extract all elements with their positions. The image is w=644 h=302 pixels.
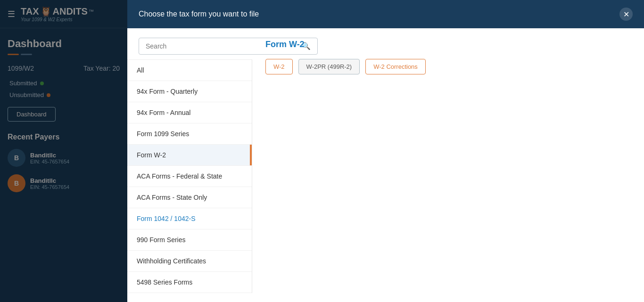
category-item-1042[interactable]: Form 1042 / 1042-S	[127, 208, 252, 229]
modal-body: 🔍 All94x Form - Quarterly94x Form - Annu…	[127, 28, 644, 302]
form-buttons: W-2W-2PR (499R-2)W-2 Corrections	[265, 59, 631, 74]
category-item-990[interactable]: 990 Form Series	[127, 229, 252, 251]
category-item-aca-state-only[interactable]: ACA Forms - State Only	[127, 187, 252, 208]
form-btn-w2-corrections[interactable]: W-2 Corrections	[365, 59, 426, 74]
category-item-94x-annual[interactable]: 94x Form - Annual	[127, 102, 252, 123]
category-item-5498[interactable]: 5498 Series Forms	[127, 272, 252, 293]
category-item-94x-quarterly[interactable]: 94x Form - Quarterly	[127, 81, 252, 102]
category-list: All94x Form - Quarterly94x Form - Annual…	[127, 60, 252, 293]
close-button[interactable]: ✕	[619, 8, 633, 21]
modal-header: Choose the tax form you want to file ✕	[127, 0, 644, 28]
form-section-title: Form W-2	[265, 40, 631, 49]
category-item-withholding[interactable]: Withholding Certificates	[127, 251, 252, 272]
modal-title: Choose the tax form you want to file	[139, 10, 259, 18]
category-item-w2[interactable]: Form W-2	[127, 145, 252, 166]
form-btn-w2[interactable]: W-2	[265, 59, 293, 74]
modal-left-panel: 🔍 All94x Form - Quarterly94x Form - Annu…	[127, 28, 252, 302]
search-area: 🔍	[127, 28, 252, 60]
right-panel: Form W-2 W-2W-2PR (499R-2)W-2 Correction…	[252, 28, 644, 302]
category-item-1099-series[interactable]: Form 1099 Series	[127, 123, 252, 145]
category-item-all[interactable]: All	[127, 60, 252, 81]
category-item-aca-federal-state[interactable]: ACA Forms - Federal & State	[127, 166, 252, 187]
form-btn-w2pr[interactable]: W-2PR (499R-2)	[298, 59, 360, 74]
modal: Choose the tax form you want to file ✕ 🔍…	[127, 0, 644, 302]
